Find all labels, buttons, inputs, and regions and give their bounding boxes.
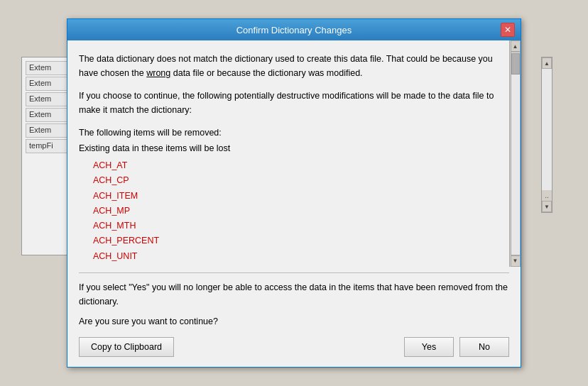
list-item-ach-percent: ACH_PERCENT	[93, 233, 498, 248]
warning-text-1: If you select "Yes" you will no longer b…	[79, 280, 509, 309]
dialog-footer: Copy to Clipboard Yes No	[67, 329, 521, 367]
dialog-titlebar: Confirm Dictionary Changes ✕	[67, 19, 521, 40]
right-scroll-up-btn[interactable]: ▲	[542, 57, 552, 69]
dialog-body: The data dictionary does not match the d…	[67, 40, 521, 267]
scroll-track	[511, 52, 521, 255]
scroll-thumb[interactable]	[511, 53, 520, 75]
list-item-ach-mth: ACH_MTH	[93, 219, 498, 233]
message-paragraph-2: If you choose to continue, the following…	[79, 89, 498, 117]
dialog-close-button[interactable]: ✕	[501, 23, 515, 37]
list-item-ach-item: ACH_ITEM	[93, 189, 498, 204]
no-button[interactable]: No	[459, 337, 509, 357]
copy-clipboard-button[interactable]: Copy to Clipboard	[79, 337, 174, 357]
warning-text-2: Are you sure you want to continue?	[79, 314, 509, 329]
right-scroll-down-btn[interactable]: ▼	[542, 201, 552, 212]
removed-items-list: ACH_AT ACH_CP ACH_ITEM ACH_MP ACH_MTH AC…	[93, 158, 498, 264]
msg1-wrong: wrong	[146, 68, 170, 78]
warning-section: If you select "Yes" you will no longer b…	[67, 267, 521, 329]
list-item-ach-unit: ACH_UNIT	[93, 249, 498, 264]
dialog-content: The data dictionary does not match the d…	[67, 40, 509, 267]
message-paragraph-1: The data dictionary does not match the d…	[79, 52, 498, 80]
msg1-cont: data file or because the dictionary was …	[170, 68, 362, 78]
dialog-title: Confirm Dictionary Changes	[87, 25, 501, 35]
items-header-2: Existing data in these items will be los…	[79, 141, 498, 155]
list-item-ach-at: ACH_AT	[93, 158, 498, 173]
scroll-down-button[interactable]: ▼	[511, 255, 521, 267]
confirm-buttons: Yes No	[404, 337, 509, 357]
list-item-ach-mp: ACH_MP	[93, 204, 498, 219]
divider	[79, 272, 509, 273]
confirm-dictionary-dialog: Confirm Dictionary Changes ✕ The data di…	[67, 18, 521, 368]
yes-button[interactable]: Yes	[404, 337, 454, 357]
list-item-ach-cp: ACH_CP	[93, 173, 498, 188]
right-scroll-dots: ..	[545, 190, 549, 201]
items-header-1: The following items will be removed:	[79, 126, 498, 140]
dialog-scrollbar: ▲ ▼	[509, 40, 521, 267]
scroll-up-button[interactable]: ▲	[511, 40, 521, 52]
right-scrollbar-area: ▲ .. ▼	[541, 57, 552, 213]
